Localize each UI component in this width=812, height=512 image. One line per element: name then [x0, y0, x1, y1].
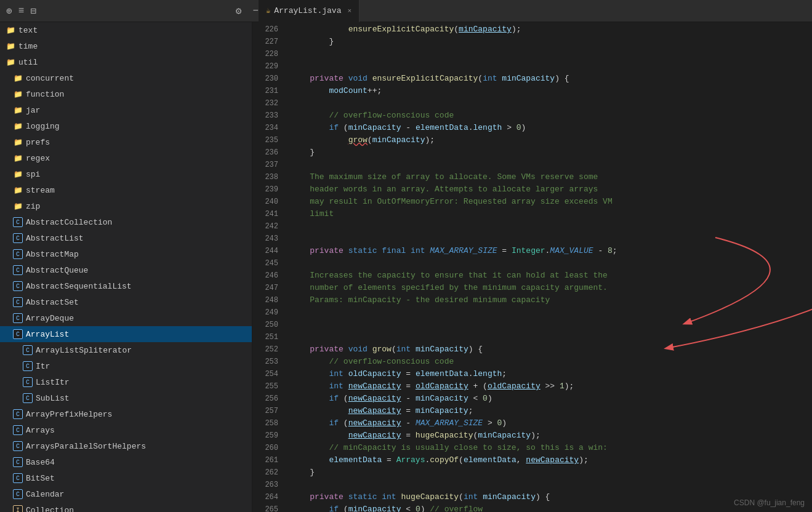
sidebar-item-util[interactable]: 📁util	[0, 54, 252, 70]
code-line-253: // overflow-conscious code	[291, 356, 812, 368]
code-line-235: grow(minCapacity);	[291, 134, 812, 146]
line-number-234: 234	[259, 122, 278, 134]
sidebar-item-collection[interactable]: ICollection	[0, 502, 252, 512]
sidebar-item-prefs[interactable]: 📁prefs	[0, 134, 252, 150]
sidebar-item-label: AbstractSequentialList	[26, 282, 132, 291]
sidebar-item-text[interactable]: 📁text	[0, 22, 252, 38]
list-icon[interactable]: ≡	[18, 6, 25, 17]
sidebar: 📁text📁time📁util📁concurrent📁function📁jar📁…	[0, 22, 252, 512]
sidebar-item-arraydeque[interactable]: CArrayDeque	[0, 310, 252, 326]
line-number-237: 237	[259, 159, 278, 171]
sidebar-item-arrays[interactable]: CArrays	[0, 422, 252, 438]
sidebar-item-jar[interactable]: 📁jar	[0, 102, 252, 118]
sidebar-item-label: util	[18, 58, 38, 67]
sidebar-item-label: SubList	[36, 394, 70, 403]
sidebar-item-abstractlist[interactable]: CAbstractList	[0, 230, 252, 246]
code-line-234: if (minCapacity - elementData.length > 0…	[291, 122, 812, 134]
sidebar-item-abstractcollection[interactable]: CAbstractCollection	[0, 214, 252, 230]
class-icon: C	[12, 329, 23, 340]
sidebar-item-abstractmap[interactable]: CAbstractMap	[0, 246, 252, 262]
sidebar-item-itr[interactable]: CItr	[0, 358, 252, 374]
class-icon: C	[12, 217, 23, 228]
line-number-230: 230	[259, 73, 278, 85]
folder-icon: 📁	[12, 153, 23, 164]
sidebar-item-function[interactable]: 📁function	[0, 86, 252, 102]
code-line-252: private void grow(int minCapacity) {	[291, 343, 812, 356]
sidebar-item-label: Collection	[26, 506, 74, 513]
class-icon: C	[12, 249, 23, 260]
folder-icon: 📁	[12, 201, 23, 212]
line-number-227: 227	[259, 36, 278, 48]
sidebar-item-abstractsequentiallist[interactable]: CAbstractSequentialList	[0, 278, 252, 294]
sidebar-item-abstractset[interactable]: CAbstractSet	[0, 294, 252, 310]
title-bar-left: ⊕ ≡ ⊟ ⚙ −	[6, 5, 259, 17]
file-tab[interactable]: ☕ ArrayList.java ×	[259, 0, 360, 22]
code-line-233: // overflow-conscious code	[291, 110, 812, 122]
code-line-251	[291, 331, 812, 343]
line-number-232: 232	[259, 97, 278, 110]
sidebar-item-label: ArrayListSpliterator	[36, 346, 132, 355]
sidebar-item-stream[interactable]: 📁stream	[0, 182, 252, 198]
sidebar-item-label: AbstractSet	[26, 298, 79, 307]
code-line-226: ensureExplicitCapacity(minCapacity);	[291, 23, 812, 36]
sidebar-item-logging[interactable]: 📁logging	[0, 118, 252, 134]
code-line-241: limit	[291, 208, 812, 220]
code-line-230: private void ensureExplicitCapacity(int …	[291, 73, 812, 85]
class-icon: C	[12, 281, 23, 292]
code-line-232	[291, 97, 812, 110]
sidebar-item-arrayprefixhelpers[interactable]: CArrayPrefixHelpers	[0, 406, 252, 422]
settings-icon[interactable]: ⚙	[236, 5, 242, 17]
line-number-259: 259	[259, 430, 278, 442]
java-file-icon: ☕	[266, 6, 270, 15]
sidebar-item-regex[interactable]: 📁regex	[0, 150, 252, 166]
sidebar-item-abstractqueue[interactable]: CAbstractQueue	[0, 262, 252, 278]
code-editor[interactable]: 2262272282292302312322332342352362372382…	[252, 22, 812, 512]
sidebar-item-arraysparallelsorthelpers[interactable]: CArraysParallelSortHelpers	[0, 438, 252, 454]
line-number-243: 243	[259, 233, 278, 245]
line-number-264: 264	[259, 491, 278, 503]
sidebar-item-base64[interactable]: CBase64	[0, 454, 252, 470]
sidebar-item-label: prefs	[26, 138, 50, 147]
sidebar-item-time[interactable]: 📁time	[0, 38, 252, 54]
minimize-icon[interactable]: −	[252, 6, 259, 17]
line-number-231: 231	[259, 85, 278, 97]
sidebar-item-concurrent[interactable]: 📁concurrent	[0, 70, 252, 86]
sidebar-item-label: ArrayDeque	[26, 314, 74, 323]
class-icon: C	[12, 473, 23, 484]
code-lines: ensureExplicitCapacity(minCapacity); } p…	[284, 22, 812, 512]
split-icon[interactable]: ⊟	[30, 5, 36, 17]
line-number-245: 245	[259, 257, 278, 270]
navigate-icon[interactable]: ⊕	[6, 5, 12, 17]
code-line-247: number of elements specified by the mini…	[291, 282, 812, 294]
code-line-229	[291, 60, 812, 73]
line-number-254: 254	[259, 368, 278, 380]
class-icon: C	[22, 377, 33, 388]
line-number-229: 229	[259, 60, 278, 73]
line-number-226: 226	[259, 23, 278, 36]
sidebar-item-zip[interactable]: 📁zip	[0, 198, 252, 214]
code-line-250	[291, 319, 812, 331]
sidebar-item-listitr[interactable]: CListItr	[0, 374, 252, 390]
sidebar-item-sublist[interactable]: CSubList	[0, 390, 252, 406]
folder-icon: 📁	[12, 73, 23, 84]
sidebar-item-label: Itr	[36, 362, 50, 371]
line-numbers: 2262272282292302312322332342352362372382…	[252, 22, 284, 512]
interface-icon: I	[12, 505, 23, 512]
sidebar-item-bitset[interactable]: CBitSet	[0, 470, 252, 486]
sidebar-item-arraylistspliterator[interactable]: CArrayListSpliterator	[0, 342, 252, 358]
code-line-227: }	[291, 36, 812, 48]
sidebar-item-calendar[interactable]: CCalendar	[0, 486, 252, 502]
line-number-248: 248	[259, 294, 278, 306]
tab-close-button[interactable]: ×	[347, 7, 352, 15]
folder-icon: 📁	[12, 185, 23, 196]
line-number-262: 262	[259, 466, 278, 479]
sidebar-item-label: stream	[26, 186, 55, 195]
class-icon: C	[22, 393, 33, 404]
sidebar-item-spi[interactable]: 📁spi	[0, 166, 252, 182]
code-line-259: newCapacity = hugeCapacity(minCapacity);	[291, 430, 812, 442]
main-area: 📁text📁time📁util📁concurrent📁function📁jar📁…	[0, 22, 812, 512]
code-line-245	[291, 257, 812, 270]
sidebar-item-arraylist[interactable]: CArrayList	[0, 326, 252, 342]
line-number-250: 250	[259, 319, 278, 331]
code-line-240: may result in OutOfMemoryError: Requeste…	[291, 196, 812, 208]
